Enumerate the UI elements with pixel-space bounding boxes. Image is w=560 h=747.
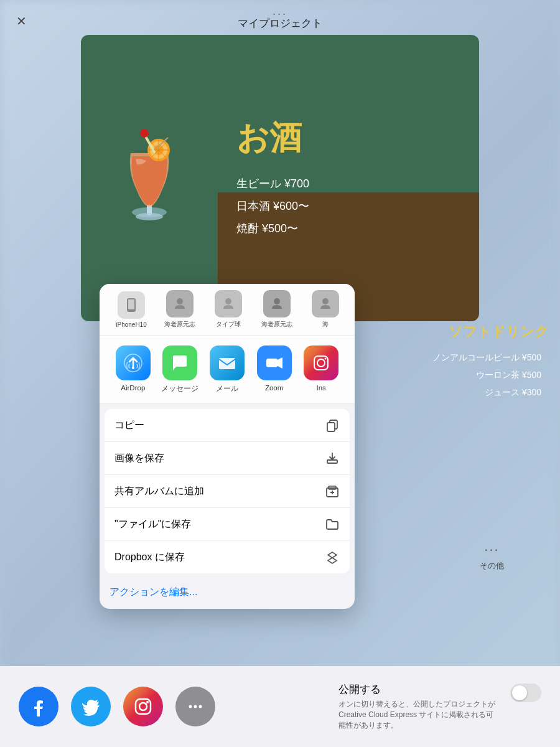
more-social-button[interactable]	[175, 687, 215, 726]
svg-rect-23	[128, 299, 134, 309]
facebook-button[interactable]	[19, 687, 58, 726]
action-list: コピー 画像を保存 共有アルバムに追加 "ファイル"に保存 Dropbox に保…	[105, 409, 350, 573]
dropbox-label: Dropbox に保存	[114, 551, 185, 564]
instagram-label: Ins	[317, 384, 326, 392]
publish-text-block: 公開する オンに切り替えると、公開したプロジェクトがCreative Cloud…	[338, 682, 500, 730]
svg-point-35	[325, 358, 327, 360]
device-person2[interactable]: タイプ球	[207, 290, 250, 329]
twitter-button[interactable]	[71, 687, 111, 726]
content-card: お酒 生ビール ¥700 日本酒 ¥600〜 焼酎 ¥500〜	[81, 35, 479, 321]
menu-item-sake: 日本酒 ¥600〜	[236, 195, 460, 217]
edit-actions: アクションを編集...	[100, 578, 355, 609]
bottom-bar: 公開する オンに切り替えると、公開したプロジェクトがCreative Cloud…	[0, 666, 560, 747]
copy-icon	[325, 418, 340, 433]
soft-drinks-title: ソフトドリンク	[449, 322, 549, 341]
copy-action[interactable]: コピー	[105, 409, 350, 442]
device-person4[interactable]: 海	[304, 290, 347, 329]
svg-point-26	[274, 298, 280, 304]
svg-marker-32	[278, 357, 282, 369]
close-button[interactable]: ✕	[12, 12, 30, 30]
messages-app[interactable]: メッセージ	[157, 345, 204, 393]
publish-section: 公開する オンに切り替えると、公開したプロジェクトがCreative Cloud…	[338, 682, 541, 730]
save-files-icon	[325, 517, 340, 532]
menu-items: 生ビール ¥700 日本酒 ¥600〜 焼酎 ¥500〜	[236, 172, 460, 240]
more-label: その他	[480, 560, 504, 571]
device-person1[interactable]: 海老原元志	[158, 290, 202, 329]
dropbox-icon	[325, 550, 340, 565]
svg-point-47	[139, 703, 147, 710]
add-album-icon	[325, 484, 340, 499]
svg-rect-37	[327, 423, 335, 431]
instagram-app[interactable]: Ins	[297, 345, 345, 392]
top-bar: ✕ ··· マイプロジェクト	[0, 0, 560, 35]
messages-icon	[162, 345, 197, 380]
messages-label: メッセージ	[161, 384, 198, 393]
mail-app[interactable]: メール	[203, 345, 251, 393]
svg-point-29	[132, 367, 134, 369]
publish-title: 公開する	[338, 682, 500, 697]
dropbox-action[interactable]: Dropbox に保存	[105, 541, 350, 573]
zoom-app[interactable]: Zoom	[251, 345, 298, 392]
toggle-knob	[512, 685, 527, 700]
add-album-action[interactable]: 共有アルバムに追加	[105, 475, 350, 508]
edit-actions-link[interactable]: アクションを編集...	[110, 586, 197, 597]
copy-label: コピー	[114, 419, 144, 432]
save-image-icon	[325, 451, 340, 466]
svg-point-48	[146, 701, 149, 703]
save-files-label: "ファイル"に保存	[114, 518, 191, 531]
menu-item-shochu: 焼酎 ¥500〜	[236, 217, 460, 240]
save-image-action[interactable]: 画像を保存	[105, 442, 350, 475]
zoom-label: Zoom	[265, 384, 283, 392]
airdrop-app[interactable]: AirDrop	[110, 345, 157, 392]
soft-drink-prices: ノンアルコールビール ¥500 ウーロン茶 ¥500 ジュース ¥300	[432, 349, 541, 401]
add-album-label: 共有アルバムに追加	[114, 485, 204, 498]
save-files-action[interactable]: "ファイル"に保存	[105, 508, 350, 541]
more-button-area[interactable]: ··· その他	[480, 542, 504, 571]
app-icons-row: AirDrop メッセージ メール	[100, 336, 355, 404]
device-person3[interactable]: 海老原元志	[255, 290, 299, 329]
svg-point-27	[322, 298, 329, 304]
svg-rect-30	[219, 358, 235, 369]
menu-item-beer: 生ビール ¥700	[236, 172, 460, 195]
svg-rect-31	[266, 359, 278, 367]
svg-point-34	[317, 359, 325, 367]
save-image-label: 画像を保存	[114, 452, 164, 465]
mail-icon	[210, 345, 245, 380]
airdrop-icon	[116, 345, 151, 380]
menu-title: お酒	[236, 116, 460, 160]
svg-point-24	[177, 298, 183, 304]
svg-point-11	[140, 129, 149, 138]
more-dots: ···	[484, 542, 499, 558]
mail-label: メール	[216, 384, 238, 393]
top-bar-dots: ···	[273, 7, 287, 21]
airdrop-label: AirDrop	[121, 384, 145, 392]
menu-content: お酒 生ビール ¥700 日本酒 ¥600〜 焼酎 ¥500〜	[218, 35, 479, 321]
svg-point-25	[225, 298, 231, 304]
svg-rect-38	[327, 460, 337, 463]
svg-point-49	[189, 705, 192, 708]
zoom-icon	[257, 345, 292, 380]
device-row: iPhoneH10 海老原元志 タイプ球 海老原元志 海	[100, 284, 355, 336]
device-iphone[interactable]: iPhoneH10	[110, 291, 153, 328]
svg-point-50	[194, 705, 197, 708]
instagram-button[interactable]	[123, 687, 163, 726]
instagram-icon	[304, 345, 338, 380]
svg-point-2	[136, 213, 163, 220]
cocktail-illustration	[81, 35, 218, 321]
svg-point-51	[199, 705, 202, 708]
publish-desc: オンに切り替えると、公開したプロジェクトがCreative Cloud Expr…	[338, 699, 500, 730]
publish-toggle[interactable]	[510, 684, 541, 702]
share-sheet: iPhoneH10 海老原元志 タイプ球 海老原元志 海	[100, 284, 355, 609]
